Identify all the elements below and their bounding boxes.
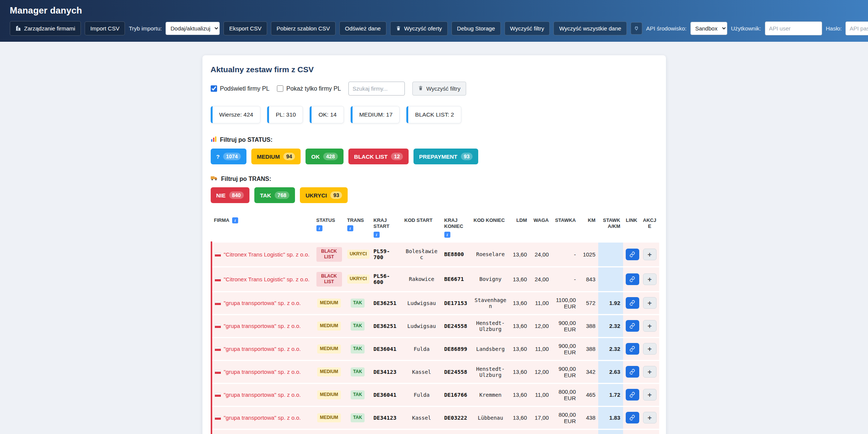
stawka-km-cell <box>598 267 623 291</box>
company-name: "Citronex Trans Logistic" sp. z o.o. <box>224 251 310 258</box>
api-connection-icon[interactable] <box>631 22 642 35</box>
export-csv-button[interactable]: Eksport CSV <box>223 21 267 35</box>
ldm-cell: 13,60 <box>510 314 530 337</box>
add-button[interactable]: + <box>643 297 657 309</box>
add-button[interactable]: + <box>643 343 657 355</box>
kod-koniec-cell: Bovigny <box>471 267 510 291</box>
stawka-km-cell: 1.60 <box>598 429 623 434</box>
kod-koniec-cell: Kremmen <box>471 383 510 406</box>
truck-icon <box>211 176 218 182</box>
add-button[interactable]: + <box>643 389 657 401</box>
status-badge: MEDIUM <box>317 322 341 331</box>
link-button[interactable] <box>626 320 639 332</box>
kraj-start-cell: DE34123 <box>371 360 402 383</box>
link-button[interactable] <box>626 249 639 260</box>
clear-filters-button[interactable]: Wyczyść filtry <box>412 82 466 96</box>
download-template-button[interactable]: Pobierz szablon CSV <box>271 21 336 35</box>
trans-filter-nie[interactable]: NIE 840 <box>211 187 249 203</box>
kraj-start-cell: DE34123 <box>371 406 402 429</box>
only-pl-checkbox[interactable] <box>277 85 283 92</box>
link-button[interactable] <box>626 412 639 423</box>
stawka-cell: - <box>552 267 579 291</box>
import-csv-button[interactable]: Import CSV <box>85 21 125 35</box>
page-title: Manager danych <box>10 5 858 16</box>
clear-offers-button[interactable]: Wyczyść oferty <box>390 21 448 36</box>
waga-cell: 24,00 <box>530 267 552 291</box>
kraj-koniec-cell: DE03222 <box>442 429 471 434</box>
info-icon[interactable]: i <box>444 232 450 238</box>
col-header-stawka-km: STAWKA/KM <box>598 214 623 242</box>
add-button[interactable]: + <box>643 249 657 260</box>
clear-filters-toolbar-button[interactable]: Wyczyść filtry <box>505 21 550 35</box>
table-row: "Citronex Trans Logistic" sp. z o.o. BLA… <box>211 242 659 267</box>
import-mode-select[interactable]: Dodaj/aktualizuj <box>166 22 220 35</box>
link-button[interactable] <box>626 273 639 285</box>
stawka-km-cell: 2.32 <box>598 337 623 360</box>
highlight-pl-toggle[interactable]: Podświetl firmy PL <box>211 85 270 92</box>
kod-koniec-cell: Landsberg <box>471 337 510 360</box>
kod-koniec-cell: Lübbenau <box>471 406 510 429</box>
stawka-cell: 900,00 EUR <box>552 360 579 383</box>
kraj-koniec-cell: DE16766 <box>442 383 471 406</box>
info-icon[interactable]: i <box>347 225 353 231</box>
api-password-label: Hasło: <box>826 25 842 32</box>
company-name: "grupa transportowa" sp. z o.o. <box>224 369 301 375</box>
kod-start-cell: Fulda <box>402 383 442 406</box>
status-filter-unknown[interactable]: ? 1074 <box>211 149 246 164</box>
kraj-start-cell: DE36251 <box>371 314 402 337</box>
debug-storage-button[interactable]: Debug Storage <box>451 21 501 35</box>
search-input[interactable] <box>348 82 405 96</box>
kod-start-cell: Ludwigsau <box>402 314 442 337</box>
link-button[interactable] <box>626 297 639 309</box>
trans-filter-ukryci[interactable]: UKRYCI 93 <box>300 187 348 203</box>
refresh-data-button[interactable]: Odśwież dane <box>339 21 386 35</box>
trans-badge: TAK <box>351 390 365 399</box>
link-button[interactable] <box>626 389 639 401</box>
km-cell: 342 <box>579 360 598 383</box>
trans-filter-tak[interactable]: TAK 768 <box>254 187 295 203</box>
pl-flag-icon <box>215 393 221 397</box>
ldm-cell: 13,60 <box>510 291 530 314</box>
add-button[interactable]: + <box>643 412 657 423</box>
km-cell: 572 <box>579 291 598 314</box>
manage-companies-button[interactable]: Zarządzanie firmami <box>10 21 81 36</box>
status-filter-medium[interactable]: MEDIUM 94 <box>251 149 301 164</box>
highlight-pl-checkbox[interactable] <box>211 85 217 92</box>
waga-cell: 12,00 <box>530 314 552 337</box>
col-header-kod-koniec: KOD KONIEC <box>471 214 510 242</box>
add-button[interactable]: + <box>643 320 657 332</box>
stawka-cell: 800,00 EUR <box>552 406 579 429</box>
status-filter-blacklist[interactable]: BLACK LIST 12 <box>348 149 409 164</box>
link-button[interactable] <box>626 343 639 355</box>
status-filter-prepayment[interactable]: PREPAYMENT 93 <box>413 149 478 164</box>
api-password-input[interactable] <box>845 21 868 35</box>
km-cell: 388 <box>579 314 598 337</box>
stawka-km-cell: 1.92 <box>598 291 623 314</box>
filter-controls: Podświetl firmy PL Pokaż tylko firmy PL … <box>211 82 658 96</box>
stawka-cell: - <box>552 242 579 267</box>
card-title: Aktualny zestaw firm z CSV <box>211 65 658 74</box>
only-pl-toggle[interactable]: Pokaż tylko firmy PL <box>277 85 341 92</box>
col-header-waga: WAGA <box>530 214 552 242</box>
stawka-cell: 700,00 EUR <box>552 429 579 434</box>
kraj-koniec-cell: BE6671 <box>442 267 471 291</box>
link-button[interactable] <box>626 366 639 378</box>
api-user-input[interactable] <box>765 21 822 35</box>
col-header-status: STATUSi <box>314 214 345 242</box>
waga-cell: 12,00 <box>530 360 552 383</box>
table-body: "Citronex Trans Logistic" sp. z o.o. BLA… <box>211 242 659 434</box>
add-button[interactable]: + <box>643 273 657 285</box>
company-name: "grupa transportowa" sp. z o.o. <box>224 300 301 306</box>
table-header: FIRMAi STATUSi TRANSi KRAJ STARTi KOD ST… <box>211 214 659 242</box>
api-env-select[interactable]: Sandbox <box>690 22 727 35</box>
km-cell: 1025 <box>579 242 598 267</box>
info-icon[interactable]: i <box>316 225 322 231</box>
trans-badge: TAK <box>351 413 365 422</box>
info-icon[interactable]: i <box>374 232 380 238</box>
add-button[interactable]: + <box>643 366 657 378</box>
table-row: "grupa transportowa" sp. z o.o. MEDIUM T… <box>211 429 659 434</box>
ldm-cell: 13,60 <box>510 242 530 267</box>
clear-all-data-button[interactable]: Wyczyść wszystkie dane <box>553 21 627 35</box>
info-icon[interactable]: i <box>232 217 238 223</box>
status-filter-ok[interactable]: OK 428 <box>306 149 344 164</box>
